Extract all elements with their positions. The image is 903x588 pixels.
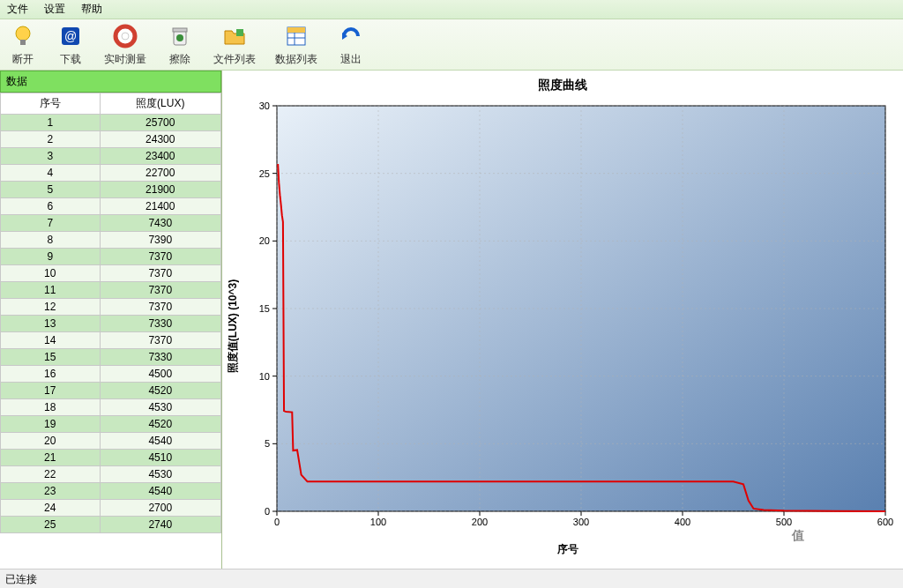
table-icon bbox=[282, 22, 310, 50]
svg-text:@: @ bbox=[64, 29, 77, 43]
cell-lux: 7370 bbox=[100, 332, 221, 349]
svg-rect-7 bbox=[173, 28, 187, 32]
svg-text:300: 300 bbox=[573, 517, 589, 527]
menu-settings[interactable]: 设置 bbox=[44, 2, 65, 17]
cell-seq: 16 bbox=[1, 366, 101, 383]
svg-text:500: 500 bbox=[776, 517, 792, 527]
svg-text:600: 600 bbox=[877, 517, 893, 527]
data-table-scroll[interactable]: 序号 照度(LUX) 12570022430032340042270052190… bbox=[0, 93, 221, 569]
disconnect-label: 断开 bbox=[12, 52, 34, 67]
table-row[interactable]: 323400 bbox=[1, 148, 221, 165]
realtime-button[interactable]: 实时测量 bbox=[104, 22, 146, 67]
download-button[interactable]: @ 下载 bbox=[56, 22, 85, 67]
cell-lux: 4540 bbox=[100, 433, 221, 450]
table-row[interactable]: 224300 bbox=[1, 131, 221, 148]
cell-lux: 7330 bbox=[100, 349, 221, 366]
cell-seq: 7 bbox=[1, 215, 101, 232]
cell-seq: 23 bbox=[1, 483, 101, 500]
cell-lux: 21900 bbox=[100, 182, 221, 198]
download-label: 下载 bbox=[60, 52, 81, 67]
cell-seq: 22 bbox=[1, 466, 101, 483]
table-row[interactable]: 204540 bbox=[1, 433, 221, 450]
cell-lux: 7370 bbox=[100, 299, 221, 316]
table-row[interactable]: 252740 bbox=[1, 517, 221, 533]
cell-lux: 2700 bbox=[100, 500, 221, 517]
svg-text:25: 25 bbox=[259, 168, 270, 179]
svg-text:20: 20 bbox=[259, 235, 270, 246]
cell-lux: 7370 bbox=[100, 265, 221, 282]
data-table: 序号 照度(LUX) 12570022430032340042270052190… bbox=[0, 93, 221, 533]
table-row[interactable]: 242700 bbox=[1, 500, 221, 517]
table-row[interactable]: 125700 bbox=[1, 115, 221, 131]
table-row[interactable]: 147370 bbox=[1, 332, 221, 349]
table-row[interactable]: 127370 bbox=[1, 299, 221, 316]
cell-lux: 4520 bbox=[100, 383, 221, 399]
svg-text:400: 400 bbox=[675, 517, 690, 527]
cell-seq: 12 bbox=[1, 299, 101, 316]
table-row[interactable]: 117370 bbox=[1, 282, 221, 299]
download-icon: @ bbox=[56, 22, 85, 50]
clear-button[interactable]: 擦除 bbox=[166, 22, 194, 67]
cell-lux: 7330 bbox=[100, 316, 221, 332]
cell-seq: 17 bbox=[1, 383, 101, 399]
cell-lux: 22700 bbox=[100, 165, 221, 182]
cell-lux: 25700 bbox=[100, 115, 221, 131]
exit-button[interactable]: 退出 bbox=[337, 22, 365, 67]
table-row[interactable]: 621400 bbox=[1, 198, 221, 215]
filelist-button[interactable]: 文件列表 bbox=[213, 22, 256, 67]
cell-lux: 23400 bbox=[100, 148, 221, 165]
table-row[interactable]: 234540 bbox=[1, 483, 221, 500]
svg-text:0: 0 bbox=[265, 506, 270, 517]
table-row[interactable]: 77430 bbox=[1, 215, 221, 232]
datalist-label: 数据列表 bbox=[275, 52, 317, 67]
menu-file[interactable]: 文件 bbox=[7, 2, 28, 17]
svg-text:15: 15 bbox=[259, 303, 270, 314]
exit-label: 退出 bbox=[340, 52, 362, 67]
table-row[interactable]: 422700 bbox=[1, 165, 221, 182]
cell-lux: 2740 bbox=[100, 517, 221, 533]
cell-seq: 8 bbox=[1, 232, 101, 249]
cell-lux: 7370 bbox=[100, 282, 221, 299]
menu-bar: 文件 设置 帮助 bbox=[0, 0, 903, 19]
status-bar: 已连接 bbox=[0, 569, 903, 588]
table-row[interactable]: 107370 bbox=[1, 265, 221, 282]
table-row[interactable]: 164500 bbox=[1, 366, 221, 383]
datalist-button[interactable]: 数据列表 bbox=[275, 22, 317, 67]
cell-lux: 4530 bbox=[100, 399, 221, 416]
disconnect-button[interactable]: 断开 bbox=[9, 22, 37, 67]
table-row[interactable]: 521900 bbox=[1, 182, 221, 198]
cell-lux: 7430 bbox=[100, 215, 221, 232]
col-seq-header[interactable]: 序号 bbox=[1, 93, 101, 115]
realtime-label: 实时测量 bbox=[104, 52, 146, 67]
table-row[interactable]: 157330 bbox=[1, 349, 221, 366]
table-row[interactable]: 174520 bbox=[1, 383, 221, 399]
folder-icon bbox=[220, 22, 249, 50]
cell-seq: 9 bbox=[1, 249, 101, 265]
svg-point-8 bbox=[176, 34, 183, 41]
clear-label: 擦除 bbox=[169, 52, 190, 67]
bulb-icon bbox=[9, 22, 37, 50]
cell-lux: 7390 bbox=[100, 232, 221, 249]
table-row[interactable]: 87390 bbox=[1, 232, 221, 249]
table-row[interactable]: 97370 bbox=[1, 249, 221, 265]
menu-help[interactable]: 帮助 bbox=[81, 2, 102, 17]
cell-lux: 7370 bbox=[100, 249, 221, 265]
cell-seq: 19 bbox=[1, 416, 101, 433]
data-panel: 数据 序号 照度(LUX) 12570022430032340042270052… bbox=[0, 71, 222, 569]
chart-panel: 照度曲线 照度值(LUX) (10^3) 0100200300400500600… bbox=[222, 71, 903, 569]
table-row[interactable]: 194520 bbox=[1, 416, 221, 433]
table-row[interactable]: 137330 bbox=[1, 316, 221, 332]
lifebuoy-icon bbox=[111, 22, 139, 50]
cell-seq: 24 bbox=[1, 500, 101, 517]
table-row[interactable]: 214510 bbox=[1, 450, 221, 466]
col-lux-header[interactable]: 照度(LUX) bbox=[100, 93, 221, 115]
exit-icon bbox=[337, 22, 365, 50]
cell-seq: 14 bbox=[1, 332, 101, 349]
trash-icon bbox=[166, 22, 194, 50]
cell-seq: 2 bbox=[1, 131, 101, 148]
chart-title: 照度曲线 bbox=[226, 74, 899, 97]
svg-text:30: 30 bbox=[259, 100, 270, 111]
svg-text:5: 5 bbox=[265, 438, 270, 449]
table-row[interactable]: 184530 bbox=[1, 399, 221, 416]
table-row[interactable]: 224530 bbox=[1, 466, 221, 483]
